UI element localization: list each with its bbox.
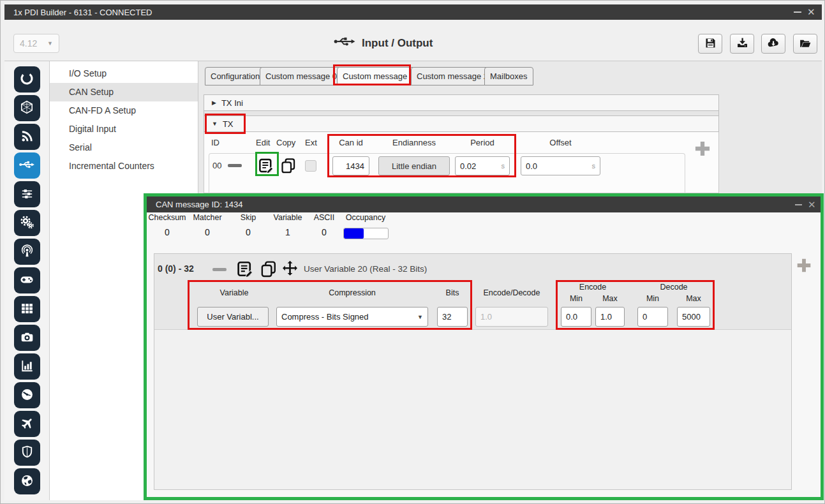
tab-configuration[interactable]: Configuration bbox=[205, 67, 265, 85]
camera-icon bbox=[20, 330, 34, 346]
col-header-endianness: Endianness bbox=[378, 138, 450, 147]
export-button[interactable] bbox=[730, 34, 754, 54]
sidebar-item-gauge[interactable] bbox=[14, 382, 40, 408]
sidebar-item-settings[interactable] bbox=[14, 210, 40, 236]
label-encode-max: Max bbox=[595, 294, 625, 303]
move-icon bbox=[281, 271, 299, 280]
nav-item-incremental-counters[interactable]: Incremental Counters bbox=[50, 157, 198, 175]
sidebar-item-podcast[interactable] bbox=[14, 239, 40, 265]
nav-item-can-setup[interactable]: CAN Setup bbox=[50, 83, 198, 101]
cloud-download-button[interactable] bbox=[761, 34, 785, 54]
period-unit: s bbox=[502, 162, 505, 170]
endianness-value: Little endian bbox=[392, 161, 436, 171]
nav-item-serial[interactable]: Serial bbox=[50, 138, 198, 157]
dialog-add-row-button[interactable] bbox=[796, 257, 812, 276]
bits-value: 32 bbox=[442, 312, 451, 322]
encode-min-value: 0.0 bbox=[566, 312, 577, 322]
sidebar-item-camera[interactable] bbox=[14, 325, 40, 351]
sidebar-item-sliders[interactable] bbox=[14, 181, 40, 207]
sidebar-item-world[interactable] bbox=[14, 468, 40, 494]
decode-max-field[interactable]: 5000 bbox=[677, 307, 710, 327]
page-title-group: Input / Output bbox=[334, 34, 500, 52]
offset-field[interactable]: 0.0s bbox=[521, 156, 600, 175]
plus-icon bbox=[796, 266, 812, 276]
variable-picker-value: User Variabl... bbox=[207, 312, 258, 322]
section-tx-ini-label: TX Ini bbox=[221, 98, 243, 108]
save-button[interactable] bbox=[698, 34, 722, 54]
nav-item-can-fd-a-setup[interactable]: CAN-FD A Setup bbox=[50, 101, 198, 120]
col-header-period: Period bbox=[455, 138, 510, 147]
sidebar-item-flight[interactable] bbox=[14, 411, 40, 437]
stat-label-occupancy: Occupancy bbox=[344, 213, 387, 222]
dialog-copy-row-button[interactable] bbox=[259, 260, 278, 280]
col-header-copy: Copy bbox=[276, 138, 295, 147]
decode-min-field[interactable]: 0 bbox=[637, 307, 668, 327]
cloud-download-icon bbox=[766, 36, 780, 52]
period-field[interactable]: 0.02s bbox=[455, 156, 510, 175]
add-row-button[interactable] bbox=[694, 140, 711, 159]
stat-value-variable: 1 bbox=[271, 227, 304, 237]
stat-value-matcher: 0 bbox=[191, 227, 224, 237]
sidebar-item-matrix[interactable] bbox=[14, 296, 40, 322]
bits-field[interactable]: 32 bbox=[437, 307, 468, 327]
endianness-button[interactable]: Little endian bbox=[378, 156, 450, 175]
sidebar-item-input-output[interactable] bbox=[14, 152, 40, 179]
sliders-icon bbox=[20, 186, 34, 203]
tab-mailboxes[interactable]: Mailboxes bbox=[484, 67, 533, 85]
encode-max-value: 1.0 bbox=[600, 312, 612, 322]
section-tx-ini[interactable]: ▶ TX Ini bbox=[204, 94, 719, 111]
nav-item-io-setup[interactable]: I/O Setup bbox=[50, 64, 198, 83]
window-minimize-icon[interactable] bbox=[794, 11, 801, 13]
label-decode: Decode bbox=[637, 283, 710, 292]
section-tx[interactable]: ▼ TX bbox=[204, 115, 719, 132]
encode-min-field[interactable]: 0.0 bbox=[561, 307, 591, 327]
grid-icon bbox=[20, 301, 34, 318]
usb-icon bbox=[334, 34, 355, 52]
gamepad-icon bbox=[19, 272, 34, 289]
dialog-minimize-icon[interactable] bbox=[795, 204, 802, 205]
can-id-field[interactable]: 1434 bbox=[332, 156, 369, 175]
offset-unit: s bbox=[592, 162, 596, 170]
compression-value: Compress - Bits Signed bbox=[281, 312, 369, 322]
chevron-down-icon: ▼ bbox=[417, 314, 423, 320]
sidebar-item-logs[interactable] bbox=[14, 353, 40, 380]
dialog-title: CAN message ID: 1434 bbox=[156, 200, 243, 209]
app-window: 1x PDI Builder - 6131 - CONNECTED ✕ 4.12… bbox=[0, 0, 825, 504]
remove-row-icon[interactable] bbox=[228, 164, 242, 167]
save-icon bbox=[704, 36, 717, 52]
sidebar-item-dashed-circle[interactable] bbox=[14, 66, 40, 93]
offset-value: 0.0 bbox=[526, 161, 537, 171]
label-encode-decode: Encode/Decode bbox=[475, 288, 548, 297]
tab-custom-message-1[interactable]: Custom message 1 bbox=[337, 67, 420, 85]
window-title: 1x PDI Builder - 6131 - CONNECTED bbox=[4, 8, 152, 17]
dialog-titlebar: CAN message ID: 1434 bbox=[147, 196, 821, 212]
sidebar-item-mesh[interactable] bbox=[14, 95, 40, 121]
tab-custom-message-0[interactable]: Custom message 0 bbox=[260, 67, 343, 85]
dialog-remove-row-icon[interactable] bbox=[212, 268, 227, 271]
export-icon bbox=[736, 36, 749, 52]
dialog-move-row-handle[interactable] bbox=[281, 260, 299, 280]
mesh-hexagon-icon bbox=[19, 100, 34, 117]
nav-item-digital-input[interactable]: Digital Input bbox=[50, 120, 198, 138]
open-folder-icon bbox=[798, 36, 812, 52]
encode-max-field[interactable]: 1.0 bbox=[595, 307, 625, 327]
sidebar-item-safety[interactable] bbox=[14, 440, 40, 466]
variable-picker-button[interactable]: User Variabl... bbox=[197, 307, 269, 327]
tab-custom-message-2[interactable]: Custom message 2 bbox=[411, 67, 494, 85]
airplane-icon bbox=[20, 416, 34, 433]
open-file-button[interactable] bbox=[793, 34, 817, 54]
sidebar-item-stick[interactable] bbox=[14, 267, 40, 293]
sidebar-item-telemetry[interactable] bbox=[14, 124, 40, 150]
version-select[interactable]: 4.12 ▼ bbox=[13, 34, 59, 53]
occupancy-fill bbox=[344, 228, 364, 239]
stat-label-variable: Variable bbox=[271, 213, 304, 222]
compression-select[interactable]: Compress - Bits Signed ▼ bbox=[276, 307, 428, 327]
ext-checkbox[interactable] bbox=[305, 160, 316, 172]
window-close-icon[interactable]: ✕ bbox=[807, 7, 815, 17]
edit-row-button[interactable] bbox=[258, 157, 275, 176]
dialog-close-icon[interactable]: ✕ bbox=[808, 200, 816, 209]
copy-row-button[interactable] bbox=[279, 157, 297, 176]
dialog-edit-row-button[interactable] bbox=[236, 260, 255, 280]
stat-value-ascii: 0 bbox=[312, 227, 336, 237]
label-decode-max: Max bbox=[677, 294, 710, 303]
